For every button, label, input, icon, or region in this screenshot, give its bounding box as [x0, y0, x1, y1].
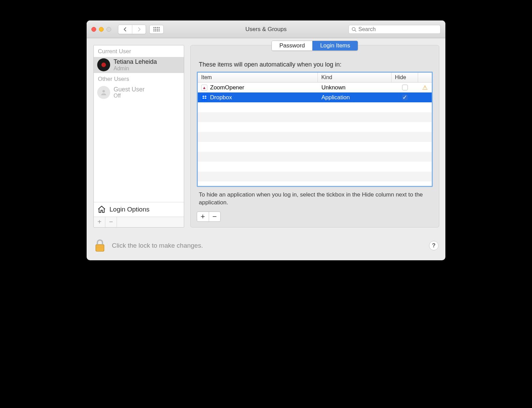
show-all-button[interactable] [149, 25, 164, 34]
user-name: Guest User [114, 86, 145, 93]
login-items-add-remove: + − [197, 212, 221, 222]
lock-icon[interactable] [93, 238, 106, 253]
warning-icon: ⚠ [422, 84, 428, 91]
hide-checkbox[interactable]: ✓ [402, 94, 408, 100]
login-items-table: Item Kind Hide ▲ ZoomOpener Unknown ⚠ [197, 72, 433, 187]
item-kind: Unknown [318, 84, 391, 91]
hint-text: To hide an application when you log in, … [199, 191, 431, 207]
table-row[interactable] [198, 132, 432, 142]
app-icon: ▲ [201, 85, 207, 91]
search-field[interactable] [349, 25, 441, 34]
sidebar-user-guest[interactable]: Guest User Off [94, 85, 184, 101]
minimize-window-button[interactable] [99, 27, 104, 32]
svg-rect-4 [96, 246, 104, 246]
table-row[interactable] [198, 122, 432, 132]
back-button[interactable] [118, 25, 132, 34]
user-role: Admin [114, 65, 157, 72]
system-preferences-window: Users & Groups Current User Tetiana Lehe… [87, 20, 445, 260]
item-kind: Application [318, 94, 391, 101]
table-row[interactable] [198, 152, 432, 162]
user-status: Off [114, 93, 145, 99]
current-user-heading: Current User [94, 45, 184, 57]
add-login-item-button[interactable]: + [197, 212, 209, 221]
col-header-kind[interactable]: Kind [318, 73, 391, 82]
table-row[interactable]: Dropbox Application ✓ [198, 92, 432, 102]
svg-point-2 [102, 90, 105, 92]
table-row[interactable] [198, 142, 432, 152]
table-row[interactable] [198, 102, 432, 112]
svg-rect-5 [96, 247, 104, 248]
users-sidebar: Current User Tetiana Leheida Admin Other… [93, 45, 184, 228]
table-header: Item Kind Hide [198, 73, 432, 83]
avatar [97, 58, 110, 71]
table-row[interactable]: ▲ ZoomOpener Unknown ⚠ [198, 83, 432, 92]
table-row[interactable] [198, 112, 432, 122]
nav-back-forward [118, 25, 146, 34]
lock-text: Click the lock to make changes. [112, 242, 203, 249]
intro-text: These items will open automatically when… [199, 61, 431, 68]
footer: Click the lock to make changes. ? [87, 232, 445, 260]
login-options-button[interactable]: Login Options [94, 202, 184, 217]
app-icon [201, 94, 207, 101]
tab-password[interactable]: Password [272, 41, 312, 50]
sidebar-user-current[interactable]: Tetiana Leheida Admin [94, 57, 184, 73]
hide-checkbox[interactable] [402, 85, 408, 90]
grid-icon [153, 27, 160, 31]
avatar [97, 86, 110, 99]
col-header-warn [418, 73, 432, 82]
forward-button[interactable] [132, 25, 146, 34]
table-row[interactable] [198, 162, 432, 172]
person-icon [100, 89, 107, 96]
svg-rect-6 [96, 249, 104, 249]
remove-login-item-button[interactable]: − [209, 212, 221, 221]
house-icon [97, 205, 106, 214]
login-options-label: Login Options [109, 206, 149, 213]
window-controls [91, 27, 111, 32]
col-header-hide[interactable]: Hide [391, 73, 418, 82]
dropbox-icon [202, 95, 207, 100]
other-users-heading: Other Users [94, 73, 184, 85]
search-icon [352, 27, 356, 32]
tab-segment: Password Login Items [271, 41, 358, 51]
search-input[interactable] [358, 26, 438, 32]
zoom-window-button[interactable] [106, 27, 111, 32]
item-name: Dropbox [210, 94, 232, 101]
main-panel: Password Login Items These items will op… [190, 45, 439, 228]
remove-user-button[interactable]: − [105, 217, 117, 227]
titlebar: Users & Groups [87, 20, 445, 38]
sidebar-add-remove: + − [94, 217, 184, 227]
item-name: ZoomOpener [210, 84, 244, 91]
table-row[interactable] [198, 172, 432, 181]
table-row[interactable] [198, 181, 432, 187]
add-user-button[interactable]: + [94, 217, 105, 227]
help-button[interactable]: ? [429, 241, 439, 250]
tab-login-items[interactable]: Login Items [312, 41, 358, 50]
close-window-button[interactable] [91, 27, 96, 32]
col-header-item[interactable]: Item [198, 73, 318, 82]
svg-rect-3 [96, 245, 104, 251]
user-name: Tetiana Leheida [114, 58, 157, 65]
svg-line-1 [355, 30, 356, 31]
